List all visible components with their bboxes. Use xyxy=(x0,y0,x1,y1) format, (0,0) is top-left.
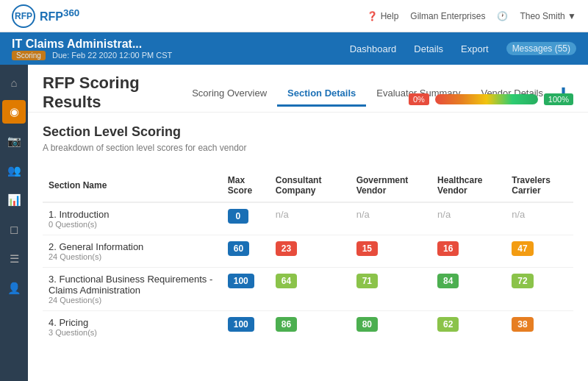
logo-360: RFP360 xyxy=(40,7,79,24)
sidebar-item-user[interactable]: 👤 xyxy=(2,277,26,300)
col-max-score: Max Score xyxy=(222,169,270,202)
cell-consultant: 23 xyxy=(270,235,351,268)
table-row: 4. Pricing3 Question(s)10086806238 xyxy=(43,311,573,343)
col-consultant: Consultant Company xyxy=(270,169,351,202)
page-header: RFP Scoring Results Scoring Overview Sec… xyxy=(28,65,588,113)
question-icon: ❓ xyxy=(367,11,378,21)
table-header-row: Section Name Max Score Consultant Compan… xyxy=(43,169,573,202)
cell-government: n/a xyxy=(351,202,431,235)
logo: RFP RFP360 xyxy=(12,4,79,28)
main-container: ⌂ ◉ 📷 👥 📊 ◻ ☰ 👤 RFP Scoring Results Scor… xyxy=(0,65,588,381)
score-table: Section Name Max Score Consultant Compan… xyxy=(43,169,573,343)
sidebar-item-camera[interactable]: 📷 xyxy=(2,129,26,153)
table-row: 3. Functional Business Requirements - Cl… xyxy=(43,268,573,311)
cell-consultant: n/a xyxy=(270,202,351,235)
sidebar-item-box[interactable]: ◻ xyxy=(2,218,26,241)
header-nav: Dashboard Details Export Messages (55) xyxy=(350,42,576,55)
header-left: IT Claims Administrat... Scoring Due: Fe… xyxy=(12,38,172,60)
logo-text: RFP xyxy=(15,11,32,21)
nav-details[interactable]: Details xyxy=(414,43,443,54)
cell-consultant: 86 xyxy=(270,311,351,343)
header-bar: IT Claims Administrat... Scoring Due: Fe… xyxy=(0,32,588,65)
cell-section-name: 3. Functional Business Requirements - Cl… xyxy=(43,268,222,311)
cell-healthcare: 16 xyxy=(431,235,506,268)
rfp-title: IT Claims Administrat... xyxy=(12,38,172,51)
section-content: Section Level Scoring A breakdown of sec… xyxy=(28,113,588,355)
user-menu[interactable]: Theo Smith ▼ xyxy=(520,11,576,21)
sidebar-item-home[interactable]: ⌂ xyxy=(2,71,26,94)
nav-dashboard[interactable]: Dashboard xyxy=(350,43,397,54)
col-section-name: Section Name xyxy=(43,169,222,202)
cell-max-score: 100 xyxy=(222,268,270,311)
col-government: Government Vendor xyxy=(351,169,431,202)
cell-government: 71 xyxy=(351,268,431,311)
cell-max-score: 0 xyxy=(222,202,270,235)
section-heading: Section Level Scoring xyxy=(43,124,247,140)
clock-icon: 🕐 xyxy=(497,11,508,21)
table-row: 1. Introduction0 Question(s)0n/an/an/an/… xyxy=(43,202,573,235)
color-bar-label-left: 0% xyxy=(409,93,429,105)
section-subtitle: A breakdown of section level scores for … xyxy=(43,143,247,153)
sidebar-item-active[interactable]: ◉ xyxy=(2,100,26,124)
page-title: RFP Scoring Results xyxy=(43,74,182,112)
cell-section-name: 2. General Information24 Question(s) xyxy=(43,235,222,268)
cell-max-score: 60 xyxy=(222,235,270,268)
color-bar-container: 0% 100% xyxy=(409,93,573,105)
cell-section-name: 1. Introduction0 Question(s) xyxy=(43,202,222,235)
color-bar-label-right: 100% xyxy=(544,93,573,105)
nav-export[interactable]: Export xyxy=(461,43,489,54)
tab-section-details[interactable]: Section Details xyxy=(277,82,366,107)
cell-consultant: 64 xyxy=(270,268,351,311)
cell-government: 80 xyxy=(351,311,431,343)
col-travelers: Travelers Carrier xyxy=(506,169,573,202)
help-link[interactable]: ❓ Help xyxy=(367,11,398,21)
cell-max-score: 100 xyxy=(222,311,270,343)
top-nav: RFP RFP360 ❓ Help Gilman Enterprises 🕐 T… xyxy=(0,0,588,32)
content-area: RFP Scoring Results Scoring Overview Sec… xyxy=(28,65,588,381)
sidebar-item-list[interactable]: ☰ xyxy=(2,247,26,271)
company-name: Gilman Enterprises xyxy=(410,11,485,21)
col-healthcare: Healthcare Vendor xyxy=(431,169,506,202)
top-right-nav: ❓ Help Gilman Enterprises 🕐 Theo Smith ▼ xyxy=(367,11,576,21)
cell-travelers: 47 xyxy=(506,235,573,268)
table-row: 2. General Information24 Question(s)6023… xyxy=(43,235,573,268)
color-bar xyxy=(435,94,538,104)
logo-circle: RFP xyxy=(12,4,35,28)
cell-healthcare: n/a xyxy=(431,202,506,235)
header-meta: Scoring Due: Feb 22 2020 12:00 PM CST xyxy=(12,51,172,60)
nav-messages[interactable]: Messages (55) xyxy=(506,42,576,55)
due-date: Due: Feb 22 2020 12:00 PM CST xyxy=(52,51,172,60)
cell-travelers: n/a xyxy=(506,202,573,235)
sidebar-item-users[interactable]: 👥 xyxy=(2,159,26,182)
cell-travelers: 38 xyxy=(506,311,573,343)
sidebar: ⌂ ◉ 📷 👥 📊 ◻ ☰ 👤 xyxy=(0,65,28,381)
tab-scoring-overview[interactable]: Scoring Overview xyxy=(182,82,277,107)
cell-healthcare: 84 xyxy=(431,268,506,311)
scoring-badge: Scoring xyxy=(12,51,46,60)
cell-section-name: 4. Pricing3 Question(s) xyxy=(43,311,222,343)
cell-government: 15 xyxy=(351,235,431,268)
cell-travelers: 72 xyxy=(506,268,573,311)
cell-healthcare: 62 xyxy=(431,311,506,343)
sidebar-item-chart[interactable]: 📊 xyxy=(2,188,26,212)
